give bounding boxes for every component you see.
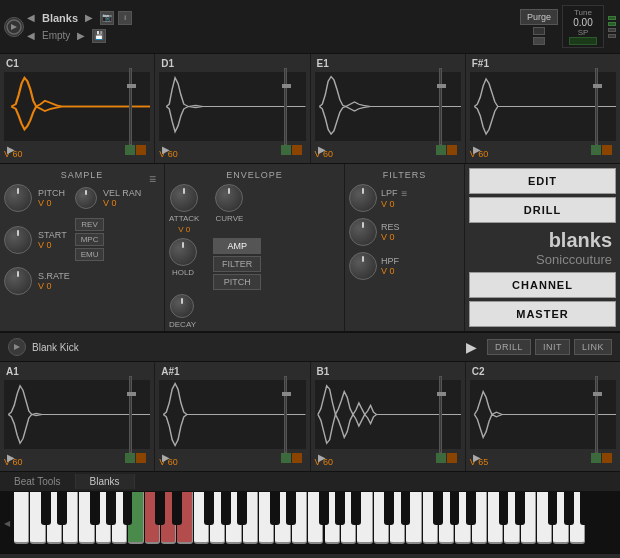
wave-label-c1: C1 xyxy=(6,58,19,69)
purge-button[interactable]: Purge xyxy=(520,9,558,25)
pitch-env-button[interactable]: PITCH xyxy=(213,274,261,290)
black-key[interactable] xyxy=(351,492,361,525)
res-knob[interactable] xyxy=(349,218,377,246)
init-trans-button[interactable]: INIT xyxy=(535,339,570,355)
pitch-knob[interactable] xyxy=(4,184,32,212)
wave-slider-c2[interactable] xyxy=(590,376,602,453)
vel-ran-knob[interactable] xyxy=(75,187,97,209)
filters-panel: FILTERS LPF ≡ V 0 RES V 0 xyxy=(345,164,465,331)
main-container: ◀ Blanks ▶ 📷 i ◀ Empty ▶ 💾 Purge Tune 0. xyxy=(0,0,620,558)
camera-icon[interactable]: 📷 xyxy=(100,11,114,25)
black-key[interactable] xyxy=(515,492,525,525)
wave-slider-a1[interactable] xyxy=(124,376,136,453)
next-preset-arrow[interactable]: ▶ xyxy=(82,11,96,24)
lpf-knob[interactable] xyxy=(349,184,377,212)
wave-slider-asharp1[interactable] xyxy=(280,376,292,453)
mini-btn-green7[interactable] xyxy=(436,453,446,463)
black-key[interactable] xyxy=(401,492,411,525)
tab-beat-tools[interactable]: Beat Tools xyxy=(0,474,76,489)
info-icon[interactable]: i xyxy=(118,11,132,25)
filter-button[interactable]: FILTER xyxy=(213,256,261,272)
mpc-button[interactable]: MPC xyxy=(75,233,105,246)
hpf-knob[interactable] xyxy=(349,252,377,280)
black-key[interactable] xyxy=(564,492,574,525)
black-key[interactable] xyxy=(221,492,231,525)
mini-btn-orange4[interactable] xyxy=(602,145,612,155)
play-button[interactable]: ▶ xyxy=(463,338,481,356)
black-key[interactable] xyxy=(319,492,329,525)
piano-scroll-right[interactable] xyxy=(606,492,620,554)
mini-btn-orange2[interactable] xyxy=(292,145,302,155)
mini-btn-green1[interactable] xyxy=(125,145,135,155)
hold-knob[interactable] xyxy=(169,238,197,266)
wave-mini-btns-fsharp1 xyxy=(591,145,612,155)
next-sub-arrow[interactable]: ▶ xyxy=(74,29,88,42)
curve-knob[interactable] xyxy=(215,184,243,212)
save-icon[interactable]: 💾 xyxy=(92,29,106,43)
black-key[interactable] xyxy=(286,492,296,525)
black-key[interactable] xyxy=(548,492,558,525)
channel-button[interactable]: CHANNEL xyxy=(469,272,616,298)
white-key[interactable] xyxy=(14,492,29,544)
mini-btn-orange7[interactable] xyxy=(447,453,457,463)
lpf-menu-icon[interactable]: ≡ xyxy=(402,188,408,199)
attack-knob[interactable] xyxy=(170,184,198,212)
wave-slider-e1[interactable] xyxy=(435,68,447,145)
right-panel: EDIT DRILL blanks Soniccouture CHANNEL M… xyxy=(465,164,620,331)
amp-button[interactable]: AMP xyxy=(213,238,261,254)
mini-btn-green8[interactable] xyxy=(591,453,601,463)
black-key[interactable] xyxy=(41,492,51,525)
prev-preset-arrow[interactable]: ◀ xyxy=(24,11,38,24)
black-key[interactable] xyxy=(335,492,345,525)
master-button[interactable]: MASTER xyxy=(469,301,616,327)
rev-button[interactable]: REV xyxy=(75,218,105,231)
prev-sub-arrow[interactable]: ◀ xyxy=(24,29,38,42)
black-key[interactable] xyxy=(580,492,590,525)
black-key[interactable] xyxy=(450,492,460,525)
drill-button[interactable]: DRILL xyxy=(469,197,616,223)
edit-button[interactable]: EDIT xyxy=(469,168,616,194)
drill-trans-button[interactable]: DRILL xyxy=(487,339,531,355)
black-key[interactable] xyxy=(155,492,165,525)
wave-slider-c1[interactable] xyxy=(124,68,136,145)
start-knob[interactable] xyxy=(4,226,32,254)
black-key[interactable] xyxy=(204,492,214,525)
transport-bar: Blank Kick ▶ DRILL INIT LINK xyxy=(0,332,620,362)
link-trans-button[interactable]: LINK xyxy=(574,339,612,355)
black-key[interactable] xyxy=(433,492,443,525)
pitch-label: PITCH V 0 xyxy=(38,188,65,208)
mini-btn-orange5[interactable] xyxy=(136,453,146,463)
piano-scroll-left[interactable]: ◀ xyxy=(0,492,14,554)
emu-button[interactable]: EMU xyxy=(75,248,105,261)
menu-icon[interactable]: ≡ xyxy=(149,172,156,186)
lpf-name: LPF xyxy=(381,188,398,198)
black-key[interactable] xyxy=(106,492,116,525)
srate-knob[interactable] xyxy=(4,267,32,295)
scroll-left-icon: ◀ xyxy=(4,519,10,528)
waveform-e1: E1 ▶ V 60 xyxy=(311,54,466,163)
black-key[interactable] xyxy=(90,492,100,525)
mini-btn-orange8[interactable] xyxy=(602,453,612,463)
black-key[interactable] xyxy=(270,492,280,525)
mini-btn-orange6[interactable] xyxy=(292,453,302,463)
wave-slider-d1[interactable] xyxy=(280,68,292,145)
black-key[interactable] xyxy=(57,492,67,525)
mode-buttons: REV MPC EMU xyxy=(75,218,105,261)
wave-slider-fsharp1[interactable] xyxy=(590,68,602,145)
black-key[interactable] xyxy=(384,492,394,525)
mini-btn-green6[interactable] xyxy=(281,453,291,463)
wave-slider-b1[interactable] xyxy=(435,376,447,453)
black-key[interactable] xyxy=(466,492,476,525)
mini-btn-orange3[interactable] xyxy=(447,145,457,155)
mini-btn-green4[interactable] xyxy=(591,145,601,155)
mini-btn-green2[interactable] xyxy=(281,145,291,155)
mini-btn-orange1[interactable] xyxy=(136,145,146,155)
black-key[interactable] xyxy=(123,492,133,525)
black-key[interactable] xyxy=(172,492,182,525)
decay-knob[interactable] xyxy=(170,294,194,318)
black-key[interactable] xyxy=(499,492,509,525)
mini-btn-green5[interactable] xyxy=(125,453,135,463)
mini-btn-green3[interactable] xyxy=(436,145,446,155)
tab-blanks[interactable]: Blanks xyxy=(76,474,135,489)
black-key[interactable] xyxy=(237,492,247,525)
